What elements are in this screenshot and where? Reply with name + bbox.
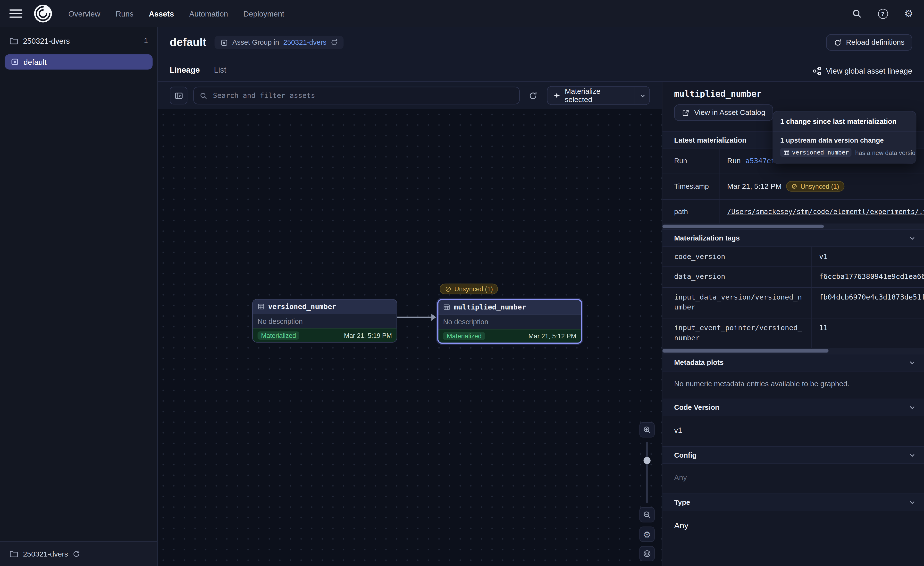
chevron-down-icon[interactable] — [909, 235, 916, 242]
top-nav: Overview Runs Assets Automation Deployme… — [0, 0, 924, 27]
reload-definitions-button[interactable]: Reload definitions — [826, 34, 912, 51]
asset-node-name: multiplied_number — [454, 303, 526, 312]
type-value: Any — [662, 511, 924, 542]
hamburger-menu-icon[interactable] — [9, 7, 22, 20]
asset-node-versioned-number[interactable]: versioned_number No description Material… — [252, 299, 397, 343]
asset-group-icon — [10, 58, 19, 66]
zoom-out-icon[interactable] — [639, 507, 655, 522]
code-version-value: v1 — [662, 417, 924, 447]
sidebar-footer: 250321-dvers — [0, 541, 158, 566]
materialize-selected-button[interactable]: Materialize selected — [547, 86, 650, 105]
tab-lineage[interactable]: Lineage — [170, 65, 200, 81]
sync-disabled-icon — [792, 184, 798, 189]
sidebar-group-count: 1 — [144, 36, 148, 45]
tab-list[interactable]: List — [214, 65, 226, 81]
change-popover: 1 change since last materialization 1 up… — [773, 111, 916, 164]
scrollbar-thumb[interactable] — [662, 225, 824, 228]
feedback-face-icon[interactable] — [639, 546, 655, 561]
materialize-dropdown-caret[interactable] — [635, 87, 650, 104]
view-global-asset-lineage-link[interactable]: View global asset lineage — [812, 66, 912, 81]
asset-node-description: No description — [253, 314, 396, 329]
nav-item-automation[interactable]: Automation — [189, 9, 228, 18]
chevron-down-icon[interactable] — [909, 359, 916, 366]
lineage-toolbar: Materialize selected — [158, 82, 662, 109]
section-config[interactable]: Config — [662, 447, 924, 464]
main-area: default Asset Group in 250321-dvers Relo… — [158, 27, 924, 566]
materialization-timestamp: Mar 21, 5:12 PM — [528, 333, 576, 340]
sidebar-item-label: default — [24, 57, 147, 66]
materialization-timestamp: Mar 21, 5:19 PM — [344, 332, 392, 339]
asset-node-multiplied-number[interactable]: multiplied_number No description Materia… — [437, 299, 582, 344]
lineage-column: Materialize selected — [158, 82, 662, 566]
asset-groups-sidebar: 250321-dvers 1 default 250321-dvers — [0, 27, 158, 566]
search-icon[interactable] — [851, 8, 863, 20]
badge-group-link[interactable]: 250321-dvers — [284, 38, 327, 47]
unsynced-badge[interactable]: Unsynced (1) — [440, 284, 498, 294]
sidebar-group-label: 250321-dvers — [23, 36, 140, 45]
graph-settings-gear-icon[interactable]: ⚙ — [639, 527, 655, 542]
unsynced-badge[interactable]: Unsynced (1) — [786, 181, 844, 192]
metadata-plots-empty-text: No numeric metadata entries available to… — [662, 372, 924, 399]
asset-node-description: No description — [438, 314, 581, 330]
upstream-asset-chip[interactable]: versioned_number — [780, 148, 852, 157]
sync-disabled-icon — [445, 286, 452, 292]
dagster-logo-icon[interactable] — [33, 4, 53, 24]
zoom-slider[interactable] — [644, 442, 651, 503]
horizontal-scrollbar — [662, 223, 924, 229]
horizontal-scrollbar — [662, 348, 924, 354]
chevron-down-icon[interactable] — [909, 499, 916, 506]
asset-search-box — [193, 87, 519, 104]
sidebar-footer-label: 250321-dvers — [23, 550, 68, 558]
refresh-icon[interactable] — [331, 39, 338, 46]
refresh-icon[interactable] — [73, 550, 81, 558]
folder-icon — [9, 36, 18, 45]
external-link-icon — [682, 109, 690, 117]
section-code-version[interactable]: Code Version — [662, 399, 924, 417]
collapse-sidebar-panel-icon[interactable] — [170, 87, 188, 104]
lineage-graph-icon — [812, 66, 821, 75]
asset-group-badge: Asset Group in 250321-dvers — [214, 36, 344, 49]
row-path: path /Users/smackesey/stm/code/elementl/… — [662, 200, 924, 223]
sidebar-group-250321-dvers[interactable]: 250321-dvers 1 — [4, 33, 154, 48]
popover-message: has a new data version — [855, 149, 916, 156]
main-nav: Overview Runs Assets Automation Deployme… — [69, 9, 284, 18]
nav-item-assets[interactable]: Assets — [149, 9, 174, 18]
scrollbar-thumb[interactable] — [662, 349, 828, 353]
nav-item-deployment[interactable]: Deployment — [243, 9, 284, 18]
canvas-controls: ⚙ — [639, 422, 655, 561]
chevron-down-icon[interactable] — [909, 452, 916, 459]
search-input[interactable] — [212, 91, 513, 100]
zoom-in-icon[interactable] — [639, 422, 655, 438]
folder-icon — [9, 549, 18, 558]
popover-subtitle: 1 upstream data version change — [773, 131, 916, 147]
zoom-slider-handle[interactable] — [644, 457, 651, 464]
row-timestamp: Timestamp Mar 21, 5:12 PM Unsynced (1) — [662, 173, 924, 200]
view-in-asset-catalog-button[interactable]: View in Asset Catalog — [674, 104, 773, 121]
table-icon — [443, 304, 450, 311]
nav-item-overview[interactable]: Overview — [69, 9, 100, 18]
section-metadata-plots[interactable]: Metadata plots — [662, 354, 924, 372]
section-materialization-tags[interactable]: Materialization tags — [662, 229, 924, 247]
nav-item-runs[interactable]: Runs — [116, 9, 134, 18]
sidebar-item-default[interactable]: default — [4, 54, 153, 69]
asset-detail-panel: multiplied_number View in Asset Catalog … — [662, 82, 924, 566]
tag-row: data_version f6ccba1776380941e9cd1ea6648… — [662, 268, 924, 288]
panel-asset-title: multiplied_number — [674, 89, 912, 99]
asset-group-icon — [220, 39, 228, 47]
materialization-path-link[interactable]: /Users/smackesey/stm/code/elementl/exper… — [727, 208, 924, 216]
sparkle-icon — [553, 92, 560, 99]
materialized-status-badge: Materialized — [258, 331, 300, 340]
settings-gear-icon[interactable]: ⚙ — [903, 8, 915, 20]
table-icon — [783, 149, 790, 156]
tag-row: input_event_pointer/versioned_number 11 — [662, 318, 924, 348]
tag-row: code_version v1 — [662, 247, 924, 267]
section-type[interactable]: Type — [662, 494, 924, 511]
lineage-canvas[interactable]: versioned_number No description Material… — [158, 109, 662, 566]
refresh-graph-icon[interactable] — [525, 88, 541, 103]
help-icon[interactable]: ? — [877, 8, 889, 20]
search-icon — [200, 92, 207, 99]
refresh-icon — [834, 39, 842, 47]
chevron-down-icon[interactable] — [909, 404, 916, 411]
tag-row: input_data_version/versioned_number fb04… — [662, 288, 924, 318]
page-title: default — [170, 36, 206, 49]
